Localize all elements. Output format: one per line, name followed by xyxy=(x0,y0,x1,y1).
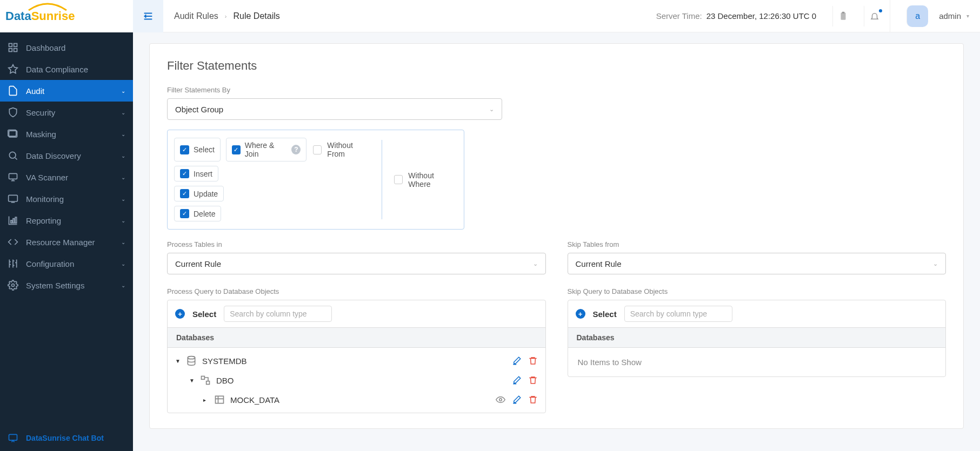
delete-icon[interactable] xyxy=(528,356,538,366)
view-icon[interactable] xyxy=(496,395,505,405)
check-without-where[interactable]: Without Where xyxy=(393,169,457,191)
sidebar-item-system-settings[interactable]: System Settings⌄ xyxy=(0,274,133,296)
chevron-down-icon: ⌄ xyxy=(489,106,494,113)
sidebar-item-va-scanner[interactable]: VA Scanner⌄ xyxy=(0,166,133,188)
sidebar-item-data-compliance[interactable]: Data Compliance xyxy=(0,58,133,80)
chevron-down-icon: ⌄ xyxy=(121,282,125,288)
skip-tables-select[interactable]: Current Rule ⌄ xyxy=(568,253,946,274)
sidebar: DataSunrise DashboardData ComplianceAudi… xyxy=(0,0,133,451)
nav-icon xyxy=(8,85,18,96)
tree-row[interactable]: ▼DBO xyxy=(168,371,545,390)
chevron-down-icon: ⌄ xyxy=(121,88,125,94)
process-query-label: Process Query to Database Objects xyxy=(167,287,546,295)
svg-rect-0 xyxy=(9,44,12,47)
checkbox-icon: ✓ xyxy=(180,189,189,198)
schema-icon xyxy=(200,375,211,386)
search-input[interactable] xyxy=(624,306,732,322)
process-tables-select[interactable]: Current Rule ⌄ xyxy=(167,253,546,274)
check-select[interactable]: ✓Select xyxy=(174,138,221,161)
section-title: Filter Statements xyxy=(167,59,946,73)
server-time-label: Server Time: xyxy=(656,11,702,21)
nav-label: Resource Manager xyxy=(26,238,121,247)
svg-rect-2 xyxy=(9,49,12,52)
check-without-from[interactable]: Without From xyxy=(312,138,371,161)
sidebar-item-reporting[interactable]: Reporting⌄ xyxy=(0,210,133,231)
databases-header: Databases xyxy=(168,327,545,348)
check-insert[interactable]: ✓Insert xyxy=(174,166,218,181)
svg-point-21 xyxy=(499,399,502,401)
sidebar-item-audit[interactable]: Audit⌄ xyxy=(0,80,133,102)
help-icon[interactable]: ? xyxy=(291,145,301,154)
svg-rect-14 xyxy=(9,434,17,440)
checkbox-icon: ✓ xyxy=(180,145,189,154)
sidebar-item-monitoring[interactable]: Monitoring⌄ xyxy=(0,188,133,210)
clipboard-icon[interactable] xyxy=(832,6,853,26)
add-object-button[interactable]: + xyxy=(175,309,185,319)
svg-rect-18 xyxy=(202,376,205,380)
checkbox-icon: ✓ xyxy=(180,169,189,178)
svg-rect-9 xyxy=(9,195,18,201)
skip-tables-label: Skip Tables from xyxy=(568,240,946,248)
chat-icon xyxy=(8,433,18,443)
delete-icon[interactable] xyxy=(528,395,538,405)
breadcrumb-root[interactable]: Audit Rules xyxy=(174,11,218,21)
chatbot-link[interactable]: DataSunrise Chat Bot xyxy=(0,425,133,451)
select-button[interactable]: Select xyxy=(192,309,216,319)
filter-by-value: Object Group xyxy=(175,105,223,114)
chevron-down-icon: ⌄ xyxy=(121,196,125,202)
svg-rect-11 xyxy=(13,219,15,223)
delete-icon[interactable] xyxy=(528,375,538,385)
nav-icon xyxy=(8,107,18,118)
svg-rect-15 xyxy=(841,12,845,20)
logo: DataSunrise xyxy=(0,0,133,32)
svg-rect-8 xyxy=(9,173,17,179)
chevron-down-icon: ⌄ xyxy=(121,261,125,267)
search-input[interactable] xyxy=(224,306,332,322)
edit-icon[interactable] xyxy=(512,395,522,405)
expand-icon[interactable]: ▸ xyxy=(203,397,209,403)
nav-icon xyxy=(8,129,18,139)
chevron-down-icon: ⌄ xyxy=(533,260,538,267)
nav-label: Configuration xyxy=(26,259,121,268)
expand-icon[interactable]: ▼ xyxy=(189,378,195,383)
sidebar-item-resource-manager[interactable]: Resource Manager⌄ xyxy=(0,231,133,253)
tree-row[interactable]: ▼SYSTEMDB xyxy=(168,351,545,371)
check-update[interactable]: ✓Update xyxy=(174,186,224,201)
edit-icon[interactable] xyxy=(512,375,522,385)
svg-rect-19 xyxy=(206,381,210,385)
tree-label: DBO xyxy=(216,376,505,385)
expand-icon[interactable]: ▼ xyxy=(175,358,181,364)
edit-icon[interactable] xyxy=(512,356,522,366)
sidebar-item-security[interactable]: Security⌄ xyxy=(0,102,133,123)
check-where-join[interactable]: ✓Where & Join? xyxy=(226,138,306,161)
nav-icon xyxy=(8,237,18,247)
svg-rect-20 xyxy=(216,396,224,403)
sidebar-item-masking[interactable]: Masking⌄ xyxy=(0,123,133,145)
user-menu[interactable]: a admin ▾ xyxy=(890,0,969,32)
svg-rect-1 xyxy=(14,44,17,47)
chevron-down-icon: ⌄ xyxy=(121,174,125,180)
nav-label: Reporting xyxy=(26,216,121,225)
toggle-sidebar-button[interactable] xyxy=(133,0,163,32)
sidebar-item-dashboard[interactable]: Dashboard xyxy=(0,37,133,58)
filter-by-select[interactable]: Object Group ⌄ xyxy=(167,98,502,120)
nav-icon xyxy=(8,42,18,53)
nav-label: Data Discovery xyxy=(26,151,121,160)
add-object-button[interactable]: + xyxy=(576,309,585,319)
server-time-value: 23 December, 12:26:30 UTC 0 xyxy=(706,11,816,21)
select-button[interactable]: Select xyxy=(593,309,617,319)
sidebar-item-configuration[interactable]: Configuration⌄ xyxy=(0,253,133,274)
check-delete[interactable]: ✓Delete xyxy=(174,206,221,221)
chevron-down-icon: ⌄ xyxy=(933,260,938,267)
chevron-down-icon: ⌄ xyxy=(121,131,125,137)
sidebar-item-data-discovery[interactable]: Data Discovery⌄ xyxy=(0,145,133,166)
checkbox-icon xyxy=(394,175,403,184)
notifications-icon[interactable] xyxy=(864,6,884,26)
topbar: Audit Rules › Rule Details Server Time: … xyxy=(133,0,980,32)
chevron-down-icon: ⌄ xyxy=(121,218,125,224)
filter-by-label: Filter Statements By xyxy=(167,86,946,94)
avatar: a xyxy=(906,5,928,27)
tree-row[interactable]: ▸MOCK_DATA xyxy=(168,390,545,409)
svg-rect-10 xyxy=(11,220,12,223)
username: admin xyxy=(939,11,961,21)
